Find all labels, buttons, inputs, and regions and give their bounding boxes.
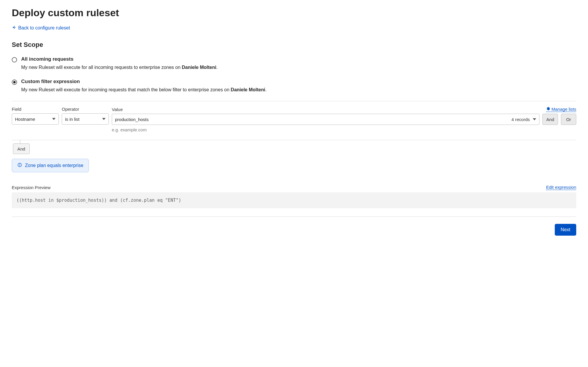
next-button[interactable]: Next: [555, 224, 576, 236]
info-icon: [17, 163, 22, 168]
field-select-value: Hostname: [15, 117, 35, 122]
radio-icon: [12, 80, 17, 85]
expression-preview-label: Expression Preview: [12, 185, 51, 190]
divider: [12, 140, 576, 140]
records-count: 4 records: [512, 117, 530, 122]
operator-header: Operator: [62, 107, 109, 112]
back-link[interactable]: Back to configure ruleset: [12, 25, 70, 31]
svg-point-2: [20, 164, 20, 164]
fixed-condition-badge: Zone plan equals enterprise: [12, 159, 89, 172]
value-hint: e.g. example.com: [112, 127, 576, 132]
field-header: Field: [12, 107, 59, 112]
value-header: Value: [112, 107, 123, 112]
or-button[interactable]: Or: [561, 114, 576, 125]
scope-radio-group: All incoming requests My new Ruleset wil…: [12, 56, 576, 93]
gear-icon: [546, 107, 550, 112]
radio-icon: [12, 57, 17, 62]
filter-builder-row: Field Hostname Operator is in list Value…: [12, 107, 576, 125]
arrow-left-icon: [12, 25, 16, 31]
and-connector-label: And: [13, 143, 30, 154]
divider: [12, 101, 576, 101]
scope-option-desc: My new Ruleset will execute for all inco…: [21, 64, 576, 71]
scope-option-desc: My new Ruleset will execute for incoming…: [21, 86, 576, 93]
operator-select-value: is in list: [65, 117, 79, 122]
and-button[interactable]: And: [542, 114, 558, 125]
section-title: Set Scope: [12, 41, 576, 49]
expression-preview: ((http.host in $production_hosts)) and (…: [12, 192, 576, 208]
page-title: Deploy custom ruleset: [12, 7, 576, 19]
scope-option-label: All incoming requests: [21, 56, 576, 62]
chevron-down-icon: [533, 117, 536, 122]
chevron-down-icon: [52, 117, 56, 122]
fixed-condition-text: Zone plan equals enterprise: [25, 163, 83, 168]
manage-lists-label: Manage lists: [552, 107, 576, 112]
edit-expression-link[interactable]: Edit expression: [546, 185, 576, 190]
value-select-value: production_hosts: [115, 117, 149, 122]
value-select[interactable]: production_hosts 4 records: [112, 114, 539, 125]
back-link-label: Back to configure ruleset: [18, 25, 70, 31]
chevron-down-icon: [102, 117, 106, 122]
scope-option-custom[interactable]: Custom filter expression My new Ruleset …: [12, 79, 576, 93]
manage-lists-link[interactable]: Manage lists: [546, 107, 576, 112]
divider: [12, 216, 576, 217]
scope-option-label: Custom filter expression: [21, 79, 576, 85]
operator-select[interactable]: is in list: [62, 113, 109, 125]
scope-option-all[interactable]: All incoming requests My new Ruleset wil…: [12, 56, 576, 71]
and-connector: And: [13, 140, 30, 154]
field-select[interactable]: Hostname: [12, 113, 59, 125]
